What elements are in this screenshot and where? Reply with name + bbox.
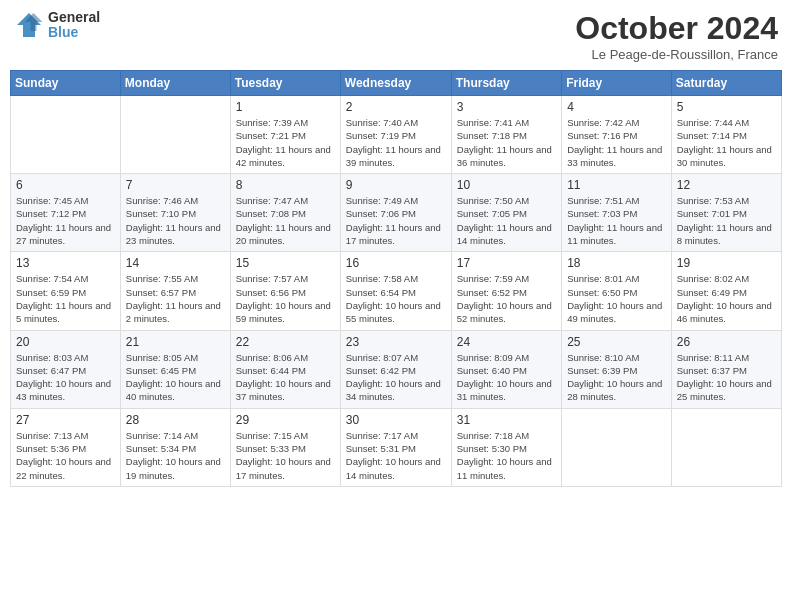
- day-info: Sunrise: 7:41 AMSunset: 7:18 PMDaylight:…: [457, 116, 556, 169]
- day-info: Sunrise: 7:54 AMSunset: 6:59 PMDaylight:…: [16, 272, 115, 325]
- day-info: Sunrise: 7:46 AMSunset: 7:10 PMDaylight:…: [126, 194, 225, 247]
- day-number: 31: [457, 413, 556, 427]
- day-info: Sunrise: 7:58 AMSunset: 6:54 PMDaylight:…: [346, 272, 446, 325]
- calendar-cell: 19Sunrise: 8:02 AMSunset: 6:49 PMDayligh…: [671, 252, 781, 330]
- calendar-cell: 20Sunrise: 8:03 AMSunset: 6:47 PMDayligh…: [11, 330, 121, 408]
- logo-line2: Blue: [48, 25, 100, 40]
- calendar-cell: 4Sunrise: 7:42 AMSunset: 7:16 PMDaylight…: [562, 96, 672, 174]
- calendar-cell: 16Sunrise: 7:58 AMSunset: 6:54 PMDayligh…: [340, 252, 451, 330]
- day-info: Sunrise: 8:02 AMSunset: 6:49 PMDaylight:…: [677, 272, 776, 325]
- calendar-week-row: 27Sunrise: 7:13 AMSunset: 5:36 PMDayligh…: [11, 408, 782, 486]
- calendar-cell: [120, 96, 230, 174]
- calendar-cell: 21Sunrise: 8:05 AMSunset: 6:45 PMDayligh…: [120, 330, 230, 408]
- calendar-cell: 6Sunrise: 7:45 AMSunset: 7:12 PMDaylight…: [11, 174, 121, 252]
- svg-marker-0: [17, 13, 41, 37]
- logo-text: General Blue: [48, 10, 100, 41]
- calendar-cell: 1Sunrise: 7:39 AMSunset: 7:21 PMDaylight…: [230, 96, 340, 174]
- day-info: Sunrise: 7:17 AMSunset: 5:31 PMDaylight:…: [346, 429, 446, 482]
- day-number: 10: [457, 178, 556, 192]
- weekday-header: Wednesday: [340, 71, 451, 96]
- day-number: 18: [567, 256, 666, 270]
- day-number: 26: [677, 335, 776, 349]
- calendar-cell: 9Sunrise: 7:49 AMSunset: 7:06 PMDaylight…: [340, 174, 451, 252]
- day-number: 15: [236, 256, 335, 270]
- weekday-header: Tuesday: [230, 71, 340, 96]
- calendar-cell: 29Sunrise: 7:15 AMSunset: 5:33 PMDayligh…: [230, 408, 340, 486]
- day-number: 4: [567, 100, 666, 114]
- day-number: 22: [236, 335, 335, 349]
- day-number: 30: [346, 413, 446, 427]
- day-info: Sunrise: 7:49 AMSunset: 7:06 PMDaylight:…: [346, 194, 446, 247]
- calendar-cell: 26Sunrise: 8:11 AMSunset: 6:37 PMDayligh…: [671, 330, 781, 408]
- calendar-cell: 3Sunrise: 7:41 AMSunset: 7:18 PMDaylight…: [451, 96, 561, 174]
- day-number: 13: [16, 256, 115, 270]
- day-number: 28: [126, 413, 225, 427]
- weekday-header: Friday: [562, 71, 672, 96]
- logo: General Blue: [14, 10, 100, 41]
- calendar-cell: 22Sunrise: 8:06 AMSunset: 6:44 PMDayligh…: [230, 330, 340, 408]
- calendar-week-row: 13Sunrise: 7:54 AMSunset: 6:59 PMDayligh…: [11, 252, 782, 330]
- day-number: 2: [346, 100, 446, 114]
- calendar-cell: 13Sunrise: 7:54 AMSunset: 6:59 PMDayligh…: [11, 252, 121, 330]
- calendar-cell: 8Sunrise: 7:47 AMSunset: 7:08 PMDaylight…: [230, 174, 340, 252]
- day-info: Sunrise: 8:03 AMSunset: 6:47 PMDaylight:…: [16, 351, 115, 404]
- day-info: Sunrise: 7:39 AMSunset: 7:21 PMDaylight:…: [236, 116, 335, 169]
- day-info: Sunrise: 8:01 AMSunset: 6:50 PMDaylight:…: [567, 272, 666, 325]
- calendar-cell: 31Sunrise: 7:18 AMSunset: 5:30 PMDayligh…: [451, 408, 561, 486]
- day-number: 17: [457, 256, 556, 270]
- day-number: 5: [677, 100, 776, 114]
- day-number: 3: [457, 100, 556, 114]
- calendar-cell: 5Sunrise: 7:44 AMSunset: 7:14 PMDaylight…: [671, 96, 781, 174]
- day-info: Sunrise: 8:07 AMSunset: 6:42 PMDaylight:…: [346, 351, 446, 404]
- day-info: Sunrise: 7:14 AMSunset: 5:34 PMDaylight:…: [126, 429, 225, 482]
- day-number: 9: [346, 178, 446, 192]
- day-info: Sunrise: 8:11 AMSunset: 6:37 PMDaylight:…: [677, 351, 776, 404]
- calendar-cell: [671, 408, 781, 486]
- day-info: Sunrise: 7:42 AMSunset: 7:16 PMDaylight:…: [567, 116, 666, 169]
- day-number: 11: [567, 178, 666, 192]
- calendar-cell: 30Sunrise: 7:17 AMSunset: 5:31 PMDayligh…: [340, 408, 451, 486]
- day-number: 14: [126, 256, 225, 270]
- day-number: 29: [236, 413, 335, 427]
- day-number: 12: [677, 178, 776, 192]
- calendar-cell: 24Sunrise: 8:09 AMSunset: 6:40 PMDayligh…: [451, 330, 561, 408]
- day-info: Sunrise: 7:13 AMSunset: 5:36 PMDaylight:…: [16, 429, 115, 482]
- day-number: 16: [346, 256, 446, 270]
- day-info: Sunrise: 7:51 AMSunset: 7:03 PMDaylight:…: [567, 194, 666, 247]
- day-number: 19: [677, 256, 776, 270]
- day-number: 25: [567, 335, 666, 349]
- calendar-cell: 18Sunrise: 8:01 AMSunset: 6:50 PMDayligh…: [562, 252, 672, 330]
- day-info: Sunrise: 7:47 AMSunset: 7:08 PMDaylight:…: [236, 194, 335, 247]
- calendar-table: SundayMondayTuesdayWednesdayThursdayFrid…: [10, 70, 782, 487]
- page-header: General Blue October 2024 Le Peage-de-Ro…: [10, 10, 782, 62]
- calendar-cell: 2Sunrise: 7:40 AMSunset: 7:19 PMDaylight…: [340, 96, 451, 174]
- day-number: 24: [457, 335, 556, 349]
- day-number: 6: [16, 178, 115, 192]
- calendar-week-row: 6Sunrise: 7:45 AMSunset: 7:12 PMDaylight…: [11, 174, 782, 252]
- day-info: Sunrise: 7:53 AMSunset: 7:01 PMDaylight:…: [677, 194, 776, 247]
- day-info: Sunrise: 7:40 AMSunset: 7:19 PMDaylight:…: [346, 116, 446, 169]
- day-info: Sunrise: 7:44 AMSunset: 7:14 PMDaylight:…: [677, 116, 776, 169]
- calendar-cell: 15Sunrise: 7:57 AMSunset: 6:56 PMDayligh…: [230, 252, 340, 330]
- day-info: Sunrise: 7:57 AMSunset: 6:56 PMDaylight:…: [236, 272, 335, 325]
- day-info: Sunrise: 8:10 AMSunset: 6:39 PMDaylight:…: [567, 351, 666, 404]
- calendar-cell: 25Sunrise: 8:10 AMSunset: 6:39 PMDayligh…: [562, 330, 672, 408]
- day-info: Sunrise: 7:15 AMSunset: 5:33 PMDaylight:…: [236, 429, 335, 482]
- calendar-cell: 17Sunrise: 7:59 AMSunset: 6:52 PMDayligh…: [451, 252, 561, 330]
- day-info: Sunrise: 7:59 AMSunset: 6:52 PMDaylight:…: [457, 272, 556, 325]
- month-title: October 2024: [575, 10, 778, 47]
- day-number: 21: [126, 335, 225, 349]
- calendar-cell: 28Sunrise: 7:14 AMSunset: 5:34 PMDayligh…: [120, 408, 230, 486]
- calendar-cell: 14Sunrise: 7:55 AMSunset: 6:57 PMDayligh…: [120, 252, 230, 330]
- day-info: Sunrise: 7:50 AMSunset: 7:05 PMDaylight:…: [457, 194, 556, 247]
- calendar-cell: 7Sunrise: 7:46 AMSunset: 7:10 PMDaylight…: [120, 174, 230, 252]
- day-number: 20: [16, 335, 115, 349]
- weekday-header: Monday: [120, 71, 230, 96]
- calendar-cell: [11, 96, 121, 174]
- day-number: 27: [16, 413, 115, 427]
- day-number: 1: [236, 100, 335, 114]
- day-number: 8: [236, 178, 335, 192]
- calendar-week-row: 1Sunrise: 7:39 AMSunset: 7:21 PMDaylight…: [11, 96, 782, 174]
- logo-icon: [14, 10, 44, 40]
- weekday-header: Sunday: [11, 71, 121, 96]
